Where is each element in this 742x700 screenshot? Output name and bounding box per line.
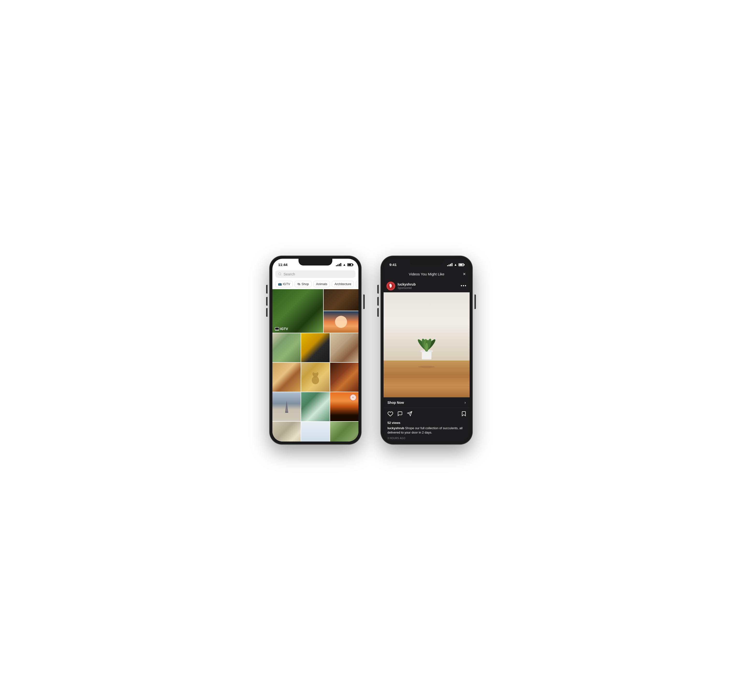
pill-shop-label: Shop — [302, 282, 309, 286]
pill-home[interactable]: Ho... — [356, 281, 358, 287]
timestamp: 3 HOURS AGO — [384, 436, 470, 442]
pill-shop[interactable]: 🛍 Shop — [294, 281, 311, 287]
igtv-overlay-label: IGTV — [275, 327, 288, 331]
battery-icon-right — [458, 263, 464, 266]
battery-icon — [347, 263, 353, 266]
grid-row-1: IGTV — [272, 289, 358, 333]
video-header: Videos You Might Like × — [384, 270, 470, 280]
grid-row-2 — [272, 333, 358, 362]
username-label: luckyshrub — [398, 282, 416, 286]
share-button[interactable] — [407, 411, 412, 418]
explore-grid: IGTV — [272, 289, 358, 442]
pill-igtv-label: IGTV — [283, 282, 290, 286]
pill-animals[interactable]: Animals — [314, 281, 330, 287]
category-pills: 📺 IGTV 🛍 Shop Animals Architecture Ho. — [272, 279, 358, 289]
grid-cell-igtv[interactable]: IGTV — [272, 289, 323, 333]
phones-container: 11:44 ▲ — [269, 256, 473, 444]
grid-cell-plants-row5[interactable] — [330, 422, 358, 442]
sponsored-label: Sponsored — [398, 286, 416, 290]
search-icon — [278, 272, 281, 276]
grid-row-5 — [272, 422, 358, 442]
svg-rect-3 — [275, 327, 279, 330]
more-menu-button[interactable]: ••• — [461, 283, 467, 289]
svg-line-1 — [281, 275, 281, 276]
post-user-info: luckyshrub Sponsored — [386, 282, 416, 290]
search-bar-container: Search — [272, 270, 358, 279]
svg-point-8 — [317, 372, 318, 375]
views-count: 52 views — [384, 421, 470, 426]
wifi-icon-right: ▲ — [454, 263, 457, 267]
signal-icon — [336, 263, 341, 266]
grid-cell-sunset[interactable] — [324, 311, 358, 333]
caption-username: luckyshrub — [387, 426, 404, 430]
svg-point-24 — [425, 343, 428, 351]
shop-now-label: Shop Now — [387, 401, 404, 405]
avatar — [386, 282, 395, 290]
video-area[interactable] — [384, 292, 470, 398]
igtv-text: IGTV — [280, 327, 288, 331]
bookmark-button[interactable] — [461, 411, 466, 418]
svg-rect-10 — [286, 411, 288, 413]
pill-igtv[interactable]: 📺 IGTV — [275, 281, 293, 287]
grid-cell-dog[interactable] — [301, 363, 330, 392]
grid-cell-surfer[interactable]: ✦ — [330, 392, 358, 421]
grid-row-3 — [272, 363, 358, 392]
left-phone-screen: 11:44 ▲ — [272, 259, 358, 442]
grid-cell-tower[interactable] — [272, 392, 301, 421]
grid-cell-car[interactable] — [301, 333, 330, 362]
notch-right — [410, 259, 443, 265]
post-logo: ✦ — [350, 394, 356, 401]
explore-screen: 11:44 ▲ — [272, 259, 358, 442]
search-placeholder: Search — [284, 272, 295, 276]
grid-cell-food[interactable] — [324, 289, 358, 311]
post-header: luckyshrub Sponsored ••• — [384, 280, 470, 292]
video-title: Videos You Might Like — [394, 272, 459, 276]
grid-cell-bookshelf[interactable] — [272, 422, 301, 442]
caption: luckyshrub Shope our full collection of … — [384, 426, 470, 436]
grid-right-col-1 — [324, 289, 358, 333]
grid-cell-food2[interactable] — [330, 333, 358, 362]
grid-cell-noodles[interactable] — [272, 363, 301, 392]
user-text-block: luckyshrub Sponsored — [398, 282, 416, 290]
grid-cell-building[interactable] — [301, 392, 330, 421]
succulent-plant — [413, 328, 440, 362]
right-phone-screen: 9:41 ▲ — [384, 259, 470, 442]
svg-rect-4 — [276, 330, 278, 330]
grid-cell-coffee[interactable] — [330, 363, 358, 392]
action-bar — [384, 408, 470, 421]
search-bar[interactable]: Search — [275, 270, 356, 278]
notch-left — [299, 259, 332, 265]
pill-architecture[interactable]: Architecture — [332, 281, 354, 287]
status-icons-right: ▲ — [447, 263, 464, 267]
like-button[interactable] — [387, 411, 393, 418]
igtv-pill-icon: 📺 — [278, 282, 282, 286]
close-button[interactable]: × — [459, 271, 466, 277]
grid-cell-snow[interactable] — [301, 422, 330, 442]
shop-pill-icon: 🛍 — [297, 282, 300, 286]
wifi-icon: ▲ — [343, 263, 346, 267]
svg-rect-16 — [422, 351, 431, 359]
status-icons-left: ▲ — [336, 263, 353, 267]
grid-row-4: ✦ — [272, 392, 358, 421]
signal-icon-right — [447, 263, 452, 266]
shop-now-bar[interactable]: Shop Now › — [384, 397, 470, 408]
chevron-right-icon: › — [465, 401, 466, 405]
time-left: 11:44 — [278, 262, 287, 267]
svg-point-7 — [312, 372, 314, 375]
pill-animals-label: Animals — [316, 282, 327, 286]
grid-cell-house[interactable] — [272, 333, 301, 362]
dark-screen: 9:41 ▲ — [384, 259, 470, 442]
pill-architecture-label: Architecture — [334, 282, 351, 286]
right-phone: 9:41 ▲ — [381, 256, 473, 444]
plant-shadow — [418, 366, 435, 368]
left-phone: 11:44 ▲ — [269, 256, 361, 444]
svg-marker-9 — [285, 401, 288, 413]
comment-button[interactable] — [397, 411, 403, 418]
svg-point-0 — [279, 273, 281, 275]
time-right: 9:41 — [389, 262, 397, 267]
